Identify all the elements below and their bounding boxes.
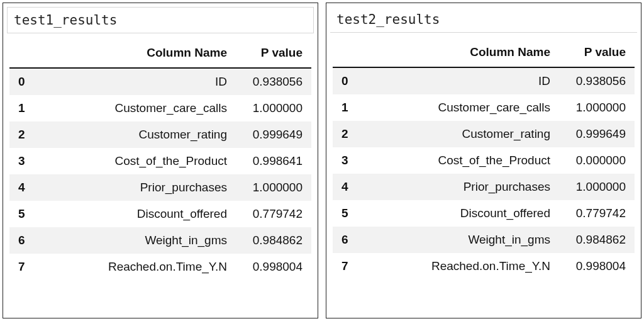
table-row: 4 Prior_purchases 1.000000 xyxy=(333,174,635,200)
header-row: Column Name P value xyxy=(9,40,311,68)
panel-test1-results: test1_results Column Name P value 0 ID 0… xyxy=(3,3,318,318)
cell-column-name: ID xyxy=(40,68,236,95)
row-index: 7 xyxy=(9,254,40,280)
cell-column-name: Weight_in_gms xyxy=(363,227,559,253)
table-row: 4 Prior_purchases 1.000000 xyxy=(9,174,311,201)
table-row: 6 Weight_in_gms 0.984862 xyxy=(9,227,311,254)
table-row: 0 ID 0.938056 xyxy=(333,67,635,94)
header-row: Column Name P value xyxy=(333,39,635,67)
table-row: 2 Customer_rating 0.999649 xyxy=(9,121,311,148)
cell-p-value: 0.999649 xyxy=(236,121,311,148)
cell-column-name: Cost_of_the_Product xyxy=(40,148,236,174)
cell-column-name: Discount_offered xyxy=(40,201,236,227)
row-index: 4 xyxy=(333,174,363,200)
table-row: 7 Reached.on.Time_Y.N 0.998004 xyxy=(333,253,635,279)
dataframe-table-left: Column Name P value 0 ID 0.938056 1 Cust… xyxy=(9,40,311,280)
dataframe-wrap-right: Column Name P value 0 ID 0.938056 1 Cust… xyxy=(326,33,641,288)
cell-p-value: 1.000000 xyxy=(236,95,311,121)
row-index: 6 xyxy=(9,227,40,254)
row-index: 2 xyxy=(333,121,363,147)
col-header-p-value: P value xyxy=(559,39,635,67)
cell-column-name: Weight_in_gms xyxy=(40,227,236,254)
cell-p-value: 1.000000 xyxy=(559,94,635,121)
dataframe-table-right: Column Name P value 0 ID 0.938056 1 Cust… xyxy=(333,39,635,279)
table-row: 2 Customer_rating 0.999649 xyxy=(333,121,635,147)
row-index: 5 xyxy=(333,200,363,227)
cell-p-value: 0.779742 xyxy=(559,200,635,227)
cell-p-value: 0.998004 xyxy=(236,254,311,280)
row-index: 0 xyxy=(9,68,40,95)
row-index: 3 xyxy=(333,147,363,174)
row-index: 0 xyxy=(333,67,363,94)
cell-column-name: Reached.on.Time_Y.N xyxy=(40,254,236,280)
cell-column-name: Customer_rating xyxy=(40,121,236,148)
table-row: 5 Discount_offered 0.779742 xyxy=(333,200,635,227)
index-header xyxy=(9,40,40,68)
cell-column-name: Customer_rating xyxy=(363,121,559,147)
table-row: 6 Weight_in_gms 0.984862 xyxy=(333,227,635,253)
cell-column-name: Prior_purchases xyxy=(40,174,236,201)
row-index: 1 xyxy=(9,95,40,121)
cell-p-value: 0.998004 xyxy=(559,253,635,279)
cell-p-value: 0.998641 xyxy=(236,148,311,174)
cell-p-value: 0.999649 xyxy=(559,121,635,147)
cell-column-name: Customer_care_calls xyxy=(40,95,236,121)
cell-column-name: Reached.on.Time_Y.N xyxy=(363,253,559,279)
col-header-p-value: P value xyxy=(236,40,311,68)
cell-p-value: 0.000000 xyxy=(559,147,635,174)
cell-p-value: 0.779742 xyxy=(236,201,311,227)
cell-column-name: ID xyxy=(363,67,559,94)
col-header-column-name: Column Name xyxy=(363,39,559,67)
dataframe-wrap-left: Column Name P value 0 ID 0.938056 1 Cust… xyxy=(3,33,318,289)
panel-test2-results: test2_results Column Name P value 0 ID 0… xyxy=(326,3,641,318)
row-index: 6 xyxy=(333,227,363,253)
index-header xyxy=(333,39,363,67)
row-index: 3 xyxy=(9,148,40,174)
variable-name-left: test1_results xyxy=(7,7,314,33)
table-row: 0 ID 0.938056 xyxy=(9,68,311,95)
table-row: 1 Customer_care_calls 1.000000 xyxy=(333,94,635,121)
row-index: 2 xyxy=(9,121,40,148)
table-row: 1 Customer_care_calls 1.000000 xyxy=(9,95,311,121)
table-row: 5 Discount_offered 0.779742 xyxy=(9,201,311,227)
table-row: 7 Reached.on.Time_Y.N 0.998004 xyxy=(9,254,311,280)
cell-column-name: Customer_care_calls xyxy=(363,94,559,121)
cell-column-name: Cost_of_the_Product xyxy=(363,147,559,174)
row-index: 1 xyxy=(333,94,363,121)
table-row: 3 Cost_of_the_Product 0.000000 xyxy=(333,147,635,174)
cell-p-value: 0.938056 xyxy=(559,67,635,94)
cell-p-value: 0.984862 xyxy=(559,227,635,253)
cell-column-name: Prior_purchases xyxy=(363,174,559,200)
row-index: 7 xyxy=(333,253,363,279)
cell-p-value: 1.000000 xyxy=(559,174,635,200)
variable-name-right: test2_results xyxy=(330,7,637,33)
table-row: 3 Cost_of_the_Product 0.998641 xyxy=(9,148,311,174)
cell-p-value: 1.000000 xyxy=(236,174,311,201)
row-index: 4 xyxy=(9,174,40,201)
col-header-column-name: Column Name xyxy=(40,40,236,68)
row-index: 5 xyxy=(9,201,40,227)
cell-p-value: 0.938056 xyxy=(236,68,311,95)
cell-p-value: 0.984862 xyxy=(236,227,311,254)
cell-column-name: Discount_offered xyxy=(363,200,559,227)
